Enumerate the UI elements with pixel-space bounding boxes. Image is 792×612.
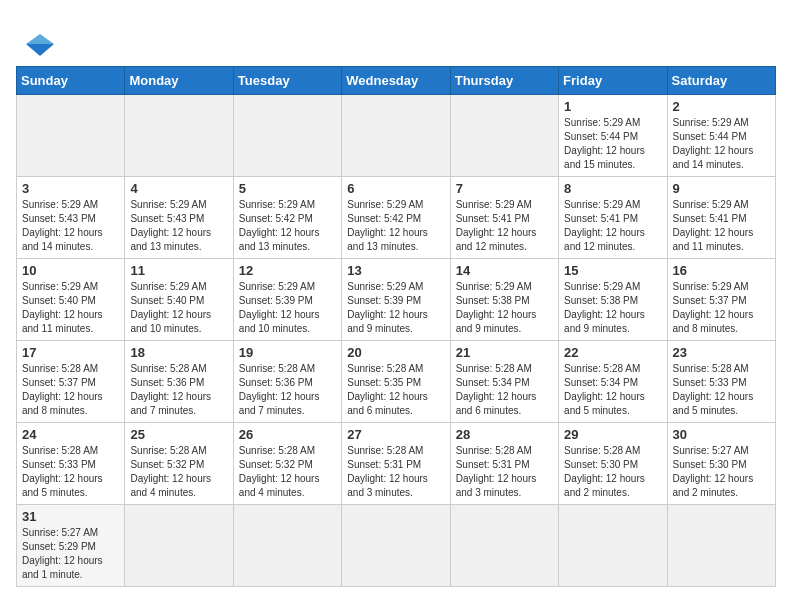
day-info: Sunrise: 5:29 AM Sunset: 5:38 PM Dayligh… — [456, 280, 553, 336]
day-number: 2 — [673, 99, 770, 114]
calendar-cell: 9Sunrise: 5:29 AM Sunset: 5:41 PM Daylig… — [667, 177, 775, 259]
calendar-week-row: 24Sunrise: 5:28 AM Sunset: 5:33 PM Dayli… — [17, 423, 776, 505]
calendar-cell: 24Sunrise: 5:28 AM Sunset: 5:33 PM Dayli… — [17, 423, 125, 505]
day-info: Sunrise: 5:28 AM Sunset: 5:31 PM Dayligh… — [456, 444, 553, 500]
day-info: Sunrise: 5:28 AM Sunset: 5:36 PM Dayligh… — [239, 362, 336, 418]
calendar-cell — [342, 505, 450, 587]
calendar-cell: 8Sunrise: 5:29 AM Sunset: 5:41 PM Daylig… — [559, 177, 667, 259]
svg-marker-2 — [26, 44, 54, 56]
calendar-cell: 17Sunrise: 5:28 AM Sunset: 5:37 PM Dayli… — [17, 341, 125, 423]
calendar-cell: 5Sunrise: 5:29 AM Sunset: 5:42 PM Daylig… — [233, 177, 341, 259]
calendar-cell: 11Sunrise: 5:29 AM Sunset: 5:40 PM Dayli… — [125, 259, 233, 341]
day-number: 1 — [564, 99, 661, 114]
calendar-day-header: Monday — [125, 67, 233, 95]
day-number: 30 — [673, 427, 770, 442]
calendar-header: SundayMondayTuesdayWednesdayThursdayFrid… — [17, 67, 776, 95]
calendar-cell: 10Sunrise: 5:29 AM Sunset: 5:40 PM Dayli… — [17, 259, 125, 341]
calendar-cell: 3Sunrise: 5:29 AM Sunset: 5:43 PM Daylig… — [17, 177, 125, 259]
calendar-cell: 20Sunrise: 5:28 AM Sunset: 5:35 PM Dayli… — [342, 341, 450, 423]
calendar-cell — [125, 95, 233, 177]
day-number: 28 — [456, 427, 553, 442]
calendar-cell: 21Sunrise: 5:28 AM Sunset: 5:34 PM Dayli… — [450, 341, 558, 423]
day-info: Sunrise: 5:28 AM Sunset: 5:31 PM Dayligh… — [347, 444, 444, 500]
calendar-cell: 15Sunrise: 5:29 AM Sunset: 5:38 PM Dayli… — [559, 259, 667, 341]
day-number: 10 — [22, 263, 119, 278]
calendar-week-row: 17Sunrise: 5:28 AM Sunset: 5:37 PM Dayli… — [17, 341, 776, 423]
calendar-cell — [125, 505, 233, 587]
day-info: Sunrise: 5:29 AM Sunset: 5:41 PM Dayligh… — [456, 198, 553, 254]
day-info: Sunrise: 5:28 AM Sunset: 5:35 PM Dayligh… — [347, 362, 444, 418]
calendar-cell: 27Sunrise: 5:28 AM Sunset: 5:31 PM Dayli… — [342, 423, 450, 505]
day-number: 21 — [456, 345, 553, 360]
calendar-cell: 12Sunrise: 5:29 AM Sunset: 5:39 PM Dayli… — [233, 259, 341, 341]
calendar-cell — [450, 505, 558, 587]
day-number: 17 — [22, 345, 119, 360]
calendar-cell — [342, 95, 450, 177]
day-number: 12 — [239, 263, 336, 278]
calendar-cell: 30Sunrise: 5:27 AM Sunset: 5:30 PM Dayli… — [667, 423, 775, 505]
calendar-cell — [233, 505, 341, 587]
day-number: 15 — [564, 263, 661, 278]
day-info: Sunrise: 5:28 AM Sunset: 5:37 PM Dayligh… — [22, 362, 119, 418]
calendar-cell: 29Sunrise: 5:28 AM Sunset: 5:30 PM Dayli… — [559, 423, 667, 505]
calendar-day-header: Thursday — [450, 67, 558, 95]
day-number: 7 — [456, 181, 553, 196]
calendar-week-row: 1Sunrise: 5:29 AM Sunset: 5:44 PM Daylig… — [17, 95, 776, 177]
day-info: Sunrise: 5:29 AM Sunset: 5:42 PM Dayligh… — [239, 198, 336, 254]
calendar-cell: 22Sunrise: 5:28 AM Sunset: 5:34 PM Dayli… — [559, 341, 667, 423]
calendar-cell: 25Sunrise: 5:28 AM Sunset: 5:32 PM Dayli… — [125, 423, 233, 505]
day-number: 19 — [239, 345, 336, 360]
calendar-day-header: Sunday — [17, 67, 125, 95]
day-number: 16 — [673, 263, 770, 278]
day-info: Sunrise: 5:28 AM Sunset: 5:33 PM Dayligh… — [22, 444, 119, 500]
calendar-week-row: 10Sunrise: 5:29 AM Sunset: 5:40 PM Dayli… — [17, 259, 776, 341]
day-number: 29 — [564, 427, 661, 442]
day-number: 4 — [130, 181, 227, 196]
calendar-body: 1Sunrise: 5:29 AM Sunset: 5:44 PM Daylig… — [17, 95, 776, 587]
calendar-cell: 26Sunrise: 5:28 AM Sunset: 5:32 PM Dayli… — [233, 423, 341, 505]
day-info: Sunrise: 5:29 AM Sunset: 5:37 PM Dayligh… — [673, 280, 770, 336]
calendar-cell — [667, 505, 775, 587]
day-info: Sunrise: 5:28 AM Sunset: 5:33 PM Dayligh… — [673, 362, 770, 418]
day-number: 5 — [239, 181, 336, 196]
calendar-cell: 28Sunrise: 5:28 AM Sunset: 5:31 PM Dayli… — [450, 423, 558, 505]
logo — [16, 16, 74, 56]
calendar-cell: 18Sunrise: 5:28 AM Sunset: 5:36 PM Dayli… — [125, 341, 233, 423]
day-info: Sunrise: 5:29 AM Sunset: 5:44 PM Dayligh… — [564, 116, 661, 172]
calendar-cell: 23Sunrise: 5:28 AM Sunset: 5:33 PM Dayli… — [667, 341, 775, 423]
day-number: 9 — [673, 181, 770, 196]
day-info: Sunrise: 5:29 AM Sunset: 5:39 PM Dayligh… — [347, 280, 444, 336]
day-number: 26 — [239, 427, 336, 442]
day-info: Sunrise: 5:29 AM Sunset: 5:43 PM Dayligh… — [22, 198, 119, 254]
svg-marker-1 — [26, 34, 54, 44]
page-header — [16, 16, 776, 56]
calendar-week-row: 3Sunrise: 5:29 AM Sunset: 5:43 PM Daylig… — [17, 177, 776, 259]
calendar-cell — [450, 95, 558, 177]
day-number: 13 — [347, 263, 444, 278]
day-info: Sunrise: 5:29 AM Sunset: 5:38 PM Dayligh… — [564, 280, 661, 336]
day-info: Sunrise: 5:29 AM Sunset: 5:43 PM Dayligh… — [130, 198, 227, 254]
calendar-cell: 1Sunrise: 5:29 AM Sunset: 5:44 PM Daylig… — [559, 95, 667, 177]
day-info: Sunrise: 5:28 AM Sunset: 5:34 PM Dayligh… — [564, 362, 661, 418]
day-number: 25 — [130, 427, 227, 442]
calendar-table: SundayMondayTuesdayWednesdayThursdayFrid… — [16, 66, 776, 587]
day-info: Sunrise: 5:29 AM Sunset: 5:41 PM Dayligh… — [673, 198, 770, 254]
day-number: 22 — [564, 345, 661, 360]
day-number: 27 — [347, 427, 444, 442]
calendar-cell: 31Sunrise: 5:27 AM Sunset: 5:29 PM Dayli… — [17, 505, 125, 587]
day-info: Sunrise: 5:29 AM Sunset: 5:40 PM Dayligh… — [130, 280, 227, 336]
day-info: Sunrise: 5:28 AM Sunset: 5:32 PM Dayligh… — [239, 444, 336, 500]
calendar-cell: 7Sunrise: 5:29 AM Sunset: 5:41 PM Daylig… — [450, 177, 558, 259]
day-number: 3 — [22, 181, 119, 196]
day-info: Sunrise: 5:29 AM Sunset: 5:41 PM Dayligh… — [564, 198, 661, 254]
calendar-cell: 2Sunrise: 5:29 AM Sunset: 5:44 PM Daylig… — [667, 95, 775, 177]
calendar-day-header: Saturday — [667, 67, 775, 95]
day-info: Sunrise: 5:29 AM Sunset: 5:42 PM Dayligh… — [347, 198, 444, 254]
calendar-day-header: Tuesday — [233, 67, 341, 95]
calendar-cell — [233, 95, 341, 177]
calendar-week-row: 31Sunrise: 5:27 AM Sunset: 5:29 PM Dayli… — [17, 505, 776, 587]
calendar-cell: 16Sunrise: 5:29 AM Sunset: 5:37 PM Dayli… — [667, 259, 775, 341]
day-number: 20 — [347, 345, 444, 360]
day-number: 8 — [564, 181, 661, 196]
day-number: 31 — [22, 509, 119, 524]
